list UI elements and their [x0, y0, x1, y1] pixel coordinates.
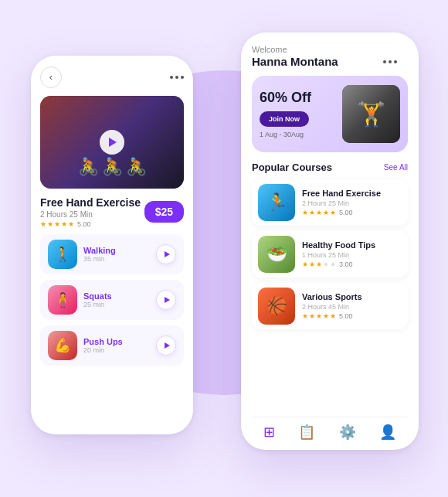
- price-badge: $25: [144, 201, 184, 223]
- star: ★: [316, 260, 322, 268]
- course-info: Free Hand Exercise 2 Hours 25 Min ★ ★ ★ …: [302, 189, 402, 216]
- section-header: Popular Courses See All: [252, 162, 408, 173]
- exercise-info: Free Hand Exercise 2 Hours 25 Min ★ ★ ★ …: [40, 196, 184, 228]
- rating-number: 5.00: [77, 220, 91, 228]
- squats-icon: 🧍: [54, 291, 71, 308]
- nav-profile[interactable]: 👤: [379, 424, 396, 441]
- settings-icon: ⚙️: [339, 424, 356, 441]
- nav-home[interactable]: ⊞: [263, 424, 275, 441]
- course-list: 🏃 Free Hand Exercise 2 Hours 25 Min ★ ★ …: [252, 179, 408, 412]
- table-row: 🏀 Various Sports 2 Hours 45 Min ★ ★ ★ ★ …: [252, 283, 408, 329]
- nav-courses[interactable]: 📋: [298, 424, 315, 441]
- star: ★: [309, 312, 315, 320]
- cyclist-icon: 🚴: [126, 157, 147, 177]
- courses-icon: 📋: [298, 424, 315, 441]
- play-button[interactable]: [100, 130, 124, 155]
- course-rating-stars: ★ ★ ★ ★ ★ 5.00: [302, 209, 402, 216]
- star: ★: [316, 209, 322, 216]
- star-2: ★: [47, 220, 53, 228]
- star-1: ★: [40, 220, 46, 228]
- activity-name: Squats: [83, 291, 150, 301]
- phones-container: ‹ 🚴 🚴 🚴 Free Hand Exercise: [8, 9, 440, 488]
- profile-icon: 👤: [379, 424, 396, 441]
- star: ★: [309, 260, 315, 268]
- nav-settings[interactable]: ⚙️: [339, 424, 356, 441]
- promo-discount: 60% Off: [260, 90, 342, 106]
- course-thumbnail-food: 🥗: [258, 236, 295, 273]
- star: ★: [302, 312, 308, 320]
- activity-thumbnail-squats: 🧍: [48, 285, 77, 315]
- welcome-label: Welcome: [252, 45, 338, 54]
- course-duration: 2 Hours 45 Min: [302, 303, 402, 311]
- star-3: ★: [54, 220, 60, 228]
- activity-thumbnail-pushups: 💪: [48, 331, 77, 360]
- star: ★: [316, 312, 322, 320]
- star-5: ★: [68, 220, 74, 228]
- see-all-button[interactable]: See All: [384, 163, 408, 172]
- star: ★: [309, 209, 315, 216]
- bottom-navigation: ⊞ 📋 ⚙️ 👤: [252, 417, 408, 444]
- activity-info-squats: Squats 25 min: [83, 291, 150, 308]
- course-rating-number: 5.00: [339, 312, 353, 320]
- course-info: Various Sports 2 Hours 45 Min ★ ★ ★ ★ ★ …: [302, 292, 402, 320]
- activity-play-button[interactable]: [156, 290, 176, 310]
- right-phone-header: Welcome Hanna Montana: [252, 45, 408, 76]
- cyclist-icon: 🚴: [78, 157, 99, 177]
- star: ★: [330, 312, 336, 320]
- star-empty: ★: [330, 260, 336, 268]
- promo-dates: 1 Aug - 30Aug: [260, 131, 342, 138]
- course-duration: 2 Hours 25 Min: [302, 199, 402, 207]
- user-name: Hanna Montana: [252, 55, 338, 68]
- activity-name: Walking: [83, 246, 150, 255]
- course-name: Healthy Food Tips: [302, 240, 402, 250]
- promo-image: 🏋️: [342, 85, 400, 143]
- walking-icon: 🚶: [54, 246, 71, 263]
- activity-list: 🚶 Walking 35 min 🧍 Squats 25 min: [40, 234, 184, 427]
- activity-info-pushups: Push Ups 20 min: [83, 337, 150, 354]
- activity-duration: 25 min: [83, 301, 150, 308]
- course-name: Free Hand Exercise: [302, 189, 402, 198]
- menu-dots-button[interactable]: [170, 76, 184, 79]
- star-empty: ★: [323, 260, 329, 268]
- rating-stars: ★ ★ ★ ★ ★ 5.00: [40, 220, 141, 228]
- activity-play-button[interactable]: [156, 335, 176, 356]
- course-thumbnail-exercise: 🏃: [258, 184, 295, 221]
- gym-person-icon: 🏋️: [357, 100, 385, 128]
- activity-duration: 20 min: [83, 346, 150, 354]
- star: ★: [330, 209, 336, 216]
- table-row: 🥗 Healthy Food Tips 1 Hours 25 Min ★ ★ ★…: [252, 231, 408, 277]
- list-item: 💪 Push Ups 20 min: [40, 325, 184, 366]
- course-rating-stars: ★ ★ ★ ★ ★ 5.00: [302, 312, 402, 320]
- home-icon: ⊞: [263, 424, 275, 441]
- section-title: Popular Courses: [252, 162, 332, 173]
- activity-play-button[interactable]: [156, 244, 176, 264]
- course-thumbnail-sports: 🏀: [258, 288, 295, 325]
- back-button[interactable]: ‹: [40, 66, 62, 88]
- activity-info-walking: Walking 35 min: [83, 246, 150, 263]
- star-4: ★: [61, 220, 67, 228]
- course-name: Various Sports: [302, 292, 402, 301]
- exercise-title: Free Hand Exercise: [40, 196, 141, 209]
- join-now-button[interactable]: Join Now: [260, 111, 309, 127]
- star: ★: [302, 260, 308, 268]
- star: ★: [323, 312, 329, 320]
- pushups-icon: 💪: [54, 337, 71, 354]
- cyclists-row: 🚴 🚴 🚴: [40, 157, 184, 177]
- course-rating-number: 3.00: [339, 260, 353, 268]
- hero-image: 🚴 🚴 🚴: [40, 96, 184, 189]
- promo-banner: 60% Off Join Now 1 Aug - 30Aug 🏋️: [252, 76, 408, 152]
- exercise-duration: 2 Hours 25 Min: [40, 210, 141, 219]
- promo-text-block: 60% Off Join Now 1 Aug - 30Aug: [260, 90, 342, 138]
- food-icon: 🥗: [266, 244, 287, 264]
- cyclist-icon: 🚴: [102, 157, 123, 177]
- left-phone: ‹ 🚴 🚴 🚴 Free Hand Exercise: [31, 56, 193, 434]
- sports-icon: 🏀: [266, 296, 287, 316]
- activity-duration: 35 min: [83, 255, 150, 263]
- star: ★: [323, 209, 329, 216]
- left-phone-topbar: ‹: [40, 66, 184, 88]
- star: ★: [302, 209, 308, 216]
- activity-name: Push Ups: [83, 337, 150, 346]
- course-rating-stars: ★ ★ ★ ★ ★ 3.00: [302, 260, 402, 268]
- list-item: 🧍 Squats 25 min: [40, 280, 184, 320]
- menu-dots-right[interactable]: [383, 60, 397, 63]
